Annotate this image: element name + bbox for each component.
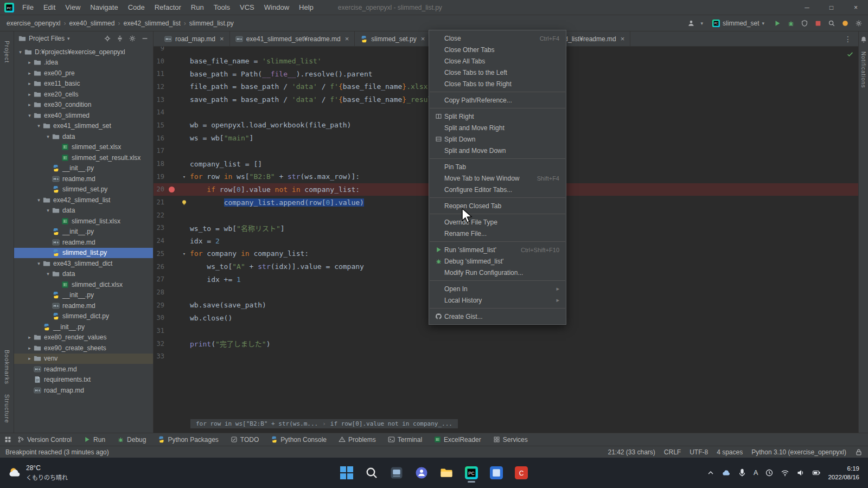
line-number[interactable]: 20 bbox=[154, 185, 164, 193]
tree-item-slimmed-dict-xlsx[interactable]: slimmed_dict.xlsx bbox=[14, 279, 153, 290]
line-number[interactable]: 10 bbox=[154, 57, 164, 65]
tree-item-exe43-slimmed-dict[interactable]: ▾exe43_slimmed_dict bbox=[14, 258, 153, 269]
select-opened-file-icon[interactable] bbox=[104, 35, 111, 42]
inspections-ok-icon[interactable] bbox=[846, 50, 854, 58]
tree-item-exe41-slimmed-set[interactable]: ▾exe41_slimmed_set bbox=[14, 121, 153, 132]
tree-item-exe11-basic[interactable]: ▸exe11_basic bbox=[14, 79, 153, 89]
tree-item-readme-md[interactable]: readme.md bbox=[14, 364, 153, 375]
tree-item-d-projects-exercise-openpyxl[interactable]: ▾D:¥projects¥exercise_openpyxl bbox=[14, 47, 153, 57]
tree-item-init-py[interactable]: __init__.py bbox=[14, 290, 153, 301]
line-number[interactable]: 15 bbox=[154, 121, 164, 129]
breakpoint-icon[interactable] bbox=[169, 187, 175, 192]
collapse-all-icon[interactable] bbox=[116, 35, 124, 42]
menu-code[interactable]: Code bbox=[123, 0, 150, 15]
hidden-icons-chevron-icon[interactable] bbox=[706, 468, 715, 477]
run-button[interactable] bbox=[774, 20, 781, 27]
weather-widget[interactable]: 28°C くもりのち晴れ bbox=[0, 458, 75, 488]
volume-icon[interactable] bbox=[796, 468, 805, 477]
tab-road-map-md[interactable]: road_map.md× bbox=[159, 31, 230, 46]
context-menu-item-copy-path-reference[interactable]: Copy Path/Reference... bbox=[429, 94, 566, 106]
menu-run[interactable]: Run bbox=[186, 0, 209, 15]
run-config-selector[interactable]: PC slimmed_set ▾ bbox=[709, 18, 768, 28]
tree-collapse-arrow-icon[interactable]: ▾ bbox=[35, 123, 43, 129]
tree-item-slimmed-dict-py[interactable]: slimmed_dict.py bbox=[14, 311, 153, 322]
line-number[interactable]: 22 bbox=[154, 211, 164, 219]
context-menu-item-open-in[interactable]: Open In▸ bbox=[429, 283, 566, 294]
line-number[interactable]: 33 bbox=[154, 352, 164, 360]
tool-stripe-bookmarks[interactable]: Bookmarks bbox=[4, 350, 10, 384]
tree-collapse-arrow-icon[interactable]: ▾ bbox=[44, 208, 52, 213]
context-menu-item-debug-slimmed-list[interactable]: Debug 'slimmed_list' bbox=[429, 255, 566, 267]
file-explorer-button[interactable] bbox=[436, 462, 457, 484]
breadcrumb-exe40-slimmed[interactable]: exe40_slimmed bbox=[68, 20, 116, 27]
tree-item-exe80-render-values[interactable]: ▸exe80_render_values bbox=[14, 332, 153, 343]
context-menu-item-split-and-move-down[interactable]: Split and Move Down bbox=[429, 145, 566, 156]
tree-item-readme-md[interactable]: readme.md bbox=[14, 237, 153, 248]
line-number[interactable]: 14 bbox=[154, 108, 164, 116]
context-menu-item-rename-file[interactable]: Rename File... bbox=[429, 228, 566, 239]
tree-item-exe20-cells[interactable]: ▸exe20_cells bbox=[14, 89, 153, 100]
toolbar-python-console[interactable]: Python Console bbox=[265, 433, 333, 446]
tree-item-readme-md[interactable]: readme.md bbox=[14, 300, 153, 311]
panel-settings-icon[interactable] bbox=[129, 35, 136, 42]
line-number[interactable]: 26 bbox=[154, 263, 164, 271]
line-number[interactable]: 19 bbox=[154, 173, 164, 181]
tab-close-icon[interactable]: × bbox=[345, 35, 349, 43]
tree-item-init-py[interactable]: __init__.py bbox=[14, 227, 153, 237]
tree-item-readme-md[interactable]: readme.md bbox=[14, 174, 153, 184]
windows-start-button[interactable] bbox=[336, 462, 358, 484]
tree-expand-arrow-icon[interactable]: ▸ bbox=[25, 81, 34, 86]
stop-button[interactable] bbox=[814, 20, 822, 27]
context-menu-item-create-gist[interactable]: Create Gist... bbox=[429, 311, 566, 322]
toolbar-todo[interactable]: TODO bbox=[225, 433, 265, 446]
tab-close-icon[interactable]: × bbox=[220, 35, 224, 43]
toolbar-excelreader[interactable]: ExcelReader bbox=[428, 433, 487, 446]
status-4-spaces[interactable]: 4 spaces bbox=[717, 448, 743, 456]
tree-item-init-py[interactable]: __init__.py bbox=[14, 322, 153, 332]
status-21-42-33-chars[interactable]: 21:42 (33 chars) bbox=[608, 448, 655, 456]
line-number[interactable]: 21 bbox=[154, 198, 164, 206]
tree-expand-arrow-icon[interactable]: ▸ bbox=[25, 356, 34, 361]
tree-expand-arrow-icon[interactable]: ▸ bbox=[25, 92, 34, 97]
debug-button[interactable] bbox=[787, 20, 795, 27]
context-menu-item-split-and-move-right[interactable]: Split and Move Right bbox=[429, 122, 566, 133]
minimize-button[interactable]: ─ bbox=[795, 0, 819, 15]
menu-file[interactable]: File bbox=[17, 0, 39, 15]
line-number[interactable]: 9 bbox=[154, 47, 164, 52]
search-everywhere-icon[interactable] bbox=[828, 20, 835, 27]
tree-item-slimmed-set-py[interactable]: slimmed_set.py bbox=[14, 184, 153, 195]
breadcrumb-slimmed-list-py[interactable]: slimmed_list.py bbox=[188, 20, 235, 27]
tree-item-exe30-condition[interactable]: ▸exe30_condition bbox=[14, 100, 153, 111]
debug-context-crumb[interactable]: for row in ws["B2:B" + str(ws.m... bbox=[196, 420, 318, 427]
tree-item-data[interactable]: ▾data bbox=[14, 269, 153, 280]
context-menu-item-run-slimmed-list[interactable]: Run 'slimmed_list'Ctrl+Shift+F10 bbox=[429, 244, 566, 255]
tree-collapse-arrow-icon[interactable]: ▾ bbox=[25, 113, 34, 118]
line-number[interactable]: 24 bbox=[154, 237, 164, 245]
line-number[interactable]: 29 bbox=[154, 301, 164, 309]
line-number[interactable]: 13 bbox=[154, 96, 164, 104]
tree-item-venv[interactable]: ▸venv bbox=[14, 354, 153, 364]
tree-collapse-arrow-icon[interactable]: ▾ bbox=[44, 134, 52, 139]
close-button[interactable]: × bbox=[844, 0, 868, 15]
tree-item-slimmed-set-xlsx[interactable]: slimmed_set.xlsx bbox=[14, 142, 153, 153]
wifi-icon[interactable] bbox=[781, 468, 789, 477]
settings-gear-icon[interactable] bbox=[855, 20, 863, 27]
menu-window[interactable]: Window bbox=[259, 0, 294, 15]
tree-item-exe42-slimmed-list[interactable]: ▾exe42_slimmed_list bbox=[14, 195, 153, 206]
context-menu-item-close-tabs-to-the-left[interactable]: Close Tabs to the Left bbox=[429, 67, 566, 78]
notifications-bell-icon[interactable] bbox=[860, 36, 867, 43]
ime-indicator-icon[interactable]: A bbox=[754, 468, 758, 477]
project-view-selector[interactable]: Project Files bbox=[29, 35, 65, 42]
context-menu-item-close[interactable]: CloseCtrl+F4 bbox=[429, 33, 566, 44]
microphone-icon[interactable] bbox=[738, 468, 746, 477]
tree-expand-arrow-icon[interactable]: ▸ bbox=[25, 60, 34, 65]
app-red-button[interactable]: C bbox=[510, 462, 532, 484]
menu-navigate[interactable]: Navigate bbox=[85, 0, 123, 15]
search-button[interactable] bbox=[361, 462, 382, 484]
menu-vcs[interactable]: VCS bbox=[235, 0, 259, 15]
tab-exe41-slimmed-set-readme-md[interactable]: exe41_slimmed_set¥readme.md× bbox=[230, 31, 355, 46]
context-menu-item-pin-tab[interactable]: Pin Tab bbox=[429, 161, 566, 172]
app-blue-button[interactable] bbox=[486, 462, 507, 484]
menu-refactor[interactable]: Refactor bbox=[150, 0, 186, 15]
tree-expand-arrow-icon[interactable]: ▸ bbox=[25, 70, 34, 76]
